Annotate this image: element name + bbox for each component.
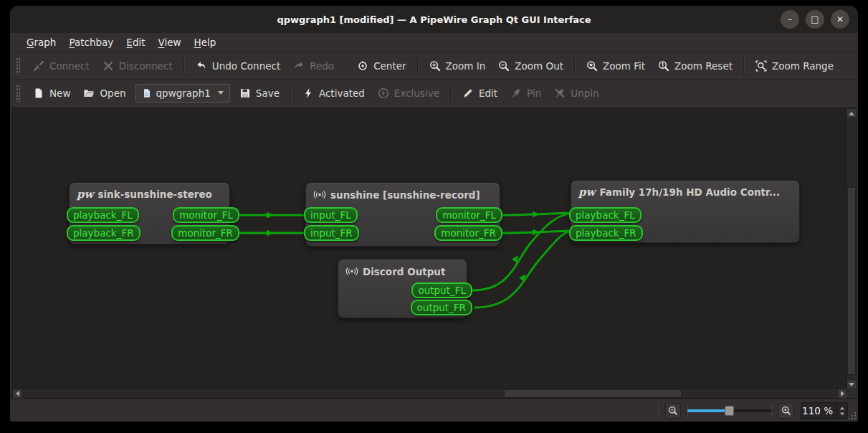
undo-connect-button[interactable]: Undo Connect — [189, 56, 287, 76]
menu-graph[interactable]: Graph — [20, 34, 62, 50]
zoom-in-button[interactable]: Zoom In — [423, 56, 492, 76]
slider-handle[interactable] — [725, 406, 734, 416]
port-sunshine-input-fr[interactable]: input_FR — [304, 225, 359, 241]
stream-icon — [313, 189, 326, 201]
port-sink-monitor-fl[interactable]: monitor_FL — [173, 207, 239, 223]
port-discord-output-fl[interactable]: output_FL — [411, 282, 472, 298]
zoom-out-icon — [667, 406, 679, 416]
zoom-fit-button[interactable]: Zoom Fit — [580, 56, 652, 76]
undo-icon — [196, 60, 207, 72]
patchbay-file-icon — [142, 88, 152, 98]
zoom-range-icon — [755, 60, 767, 72]
resize-grip[interactable] — [848, 411, 856, 419]
wire-sunshine-to-family-fl — [502, 213, 569, 215]
triangle-left-icon — [16, 391, 19, 396]
port-sink-playback-fl[interactable]: playback_FL — [67, 207, 139, 223]
zoom-out-button[interactable]: Zoom Out — [492, 56, 570, 76]
patchbay-file-dropdown[interactable]: qpwgraph1 — [135, 84, 230, 103]
open-button[interactable]: Open — [77, 83, 132, 103]
horizontal-scrollbar-thumb[interactable] — [504, 389, 682, 398]
edit-button[interactable]: Edit — [456, 83, 504, 103]
toolbar-main: Connect Disconnect Undo Connect Redo — [10, 52, 858, 79]
spin-up-icon[interactable] — [840, 406, 844, 409]
spin-buttons[interactable] — [836, 403, 847, 419]
port-discord-output-fr[interactable]: output_FR — [411, 300, 472, 315]
unpin-icon — [554, 87, 566, 99]
save-button[interactable]: Save — [233, 83, 286, 103]
port-sunshine-monitor-fl[interactable]: monitor_FL — [436, 207, 502, 223]
unpin-button[interactable]: Unpin — [548, 83, 605, 103]
pipewire-icon: pw — [77, 189, 93, 200]
zoom-in-small-button[interactable] — [778, 403, 794, 419]
app-window: qpwgraph1 [modified] — A PipeWire Graph … — [10, 6, 858, 422]
wire-arrow — [533, 229, 540, 236]
open-folder-icon — [83, 87, 95, 99]
zoom-reset-button[interactable]: Zoom Reset — [652, 56, 739, 76]
menu-view[interactable]: View — [152, 34, 188, 50]
node-header[interactable]: sunshine [sunshine-record] — [306, 183, 500, 205]
toolbar-separator — [290, 85, 292, 102]
zoom-reset-label: Zoom Reset — [674, 60, 733, 72]
node-header[interactable]: pw Family 17h/19h HD Audio Contr... — [571, 181, 799, 202]
minimize-button[interactable]: – — [781, 10, 799, 29]
activated-button[interactable]: Activated — [296, 83, 371, 103]
graph-viewport[interactable]: pw sink-sunshine-stereo playback_FL play… — [12, 108, 847, 389]
menu-patchbay[interactable]: Patchbay — [62, 34, 120, 50]
node-header[interactable]: pw sink-sunshine-stereo — [70, 183, 229, 204]
maximize-button[interactable]: □ — [806, 10, 824, 29]
unpin-label: Unpin — [571, 87, 598, 99]
window-controls: – □ ✕ — [781, 10, 849, 29]
new-button[interactable]: New — [27, 83, 77, 103]
vertical-scrollbar-thumb[interactable] — [847, 187, 856, 375]
scroll-up-button[interactable] — [846, 108, 857, 118]
graph-canvas[interactable]: pw sink-sunshine-stereo playback_FL play… — [11, 108, 857, 399]
center-label: Center — [373, 60, 406, 72]
scroll-left-button[interactable] — [12, 389, 22, 399]
horizontal-scrollbar[interactable] — [12, 388, 847, 398]
titlebar[interactable]: qpwgraph1 [modified] — A PipeWire Graph … — [10, 6, 858, 33]
stream-icon — [345, 265, 358, 277]
wire-sunshine-to-family-fr — [502, 231, 569, 233]
save-icon — [239, 87, 251, 99]
vertical-scrollbar[interactable] — [846, 108, 856, 389]
node-header[interactable]: Discord Output — [338, 260, 467, 282]
pin-label: Pin — [527, 87, 541, 99]
zoom-spinbox[interactable]: 110 % — [801, 402, 848, 419]
menu-edit[interactable]: Edit — [120, 34, 151, 50]
pin-button[interactable]: Pin — [504, 83, 548, 103]
zoom-slider[interactable] — [687, 404, 772, 418]
toolbar-separator — [574, 57, 576, 75]
exclusive-button[interactable]: Exclusive — [371, 83, 446, 103]
wire-arrow — [533, 211, 540, 218]
triangle-up-icon — [849, 112, 854, 115]
slider-fill — [687, 409, 728, 412]
wire-arrow — [512, 254, 521, 263]
zoom-out-small-button[interactable] — [665, 403, 681, 419]
connect-button[interactable]: Connect — [27, 56, 96, 76]
port-family-playback-fl[interactable]: playback_FL — [569, 207, 642, 223]
disconnect-button[interactable]: Disconnect — [96, 56, 179, 76]
statusbar-separator — [658, 404, 659, 418]
port-sunshine-input-fl[interactable]: input_FL — [304, 207, 358, 223]
port-sink-playback-fr[interactable]: playback_FR — [67, 225, 140, 241]
port-sink-monitor-fr[interactable]: monitor_FR — [171, 225, 239, 241]
menubar: Graph Patchbay Edit View Help — [10, 33, 858, 52]
wire-arrow — [519, 272, 528, 282]
node-title: sink-sunshine-stereo — [97, 189, 212, 200]
wire-arrow — [267, 212, 274, 219]
center-button[interactable]: Center — [350, 56, 412, 76]
menu-help[interactable]: Help — [188, 34, 223, 50]
patchbay-file-label: qpwgraph1 — [156, 87, 211, 99]
toolbar-drag-handle[interactable] — [16, 85, 21, 102]
redo-button[interactable]: Redo — [287, 56, 340, 76]
new-file-icon — [33, 87, 44, 99]
port-family-playback-fr[interactable]: playback_FR — [569, 225, 643, 241]
zoom-range-label: Zoom Range — [772, 60, 834, 72]
wire-arrow — [267, 230, 274, 237]
spin-down-icon[interactable] — [840, 412, 844, 415]
toolbar-drag-handle[interactable] — [16, 57, 21, 75]
zoom-in-label: Zoom In — [446, 60, 486, 72]
zoom-range-button[interactable]: Zoom Range — [749, 56, 840, 76]
close-button[interactable]: ✕ — [831, 10, 849, 29]
port-sunshine-monitor-fr[interactable]: monitor_FR — [434, 225, 502, 241]
